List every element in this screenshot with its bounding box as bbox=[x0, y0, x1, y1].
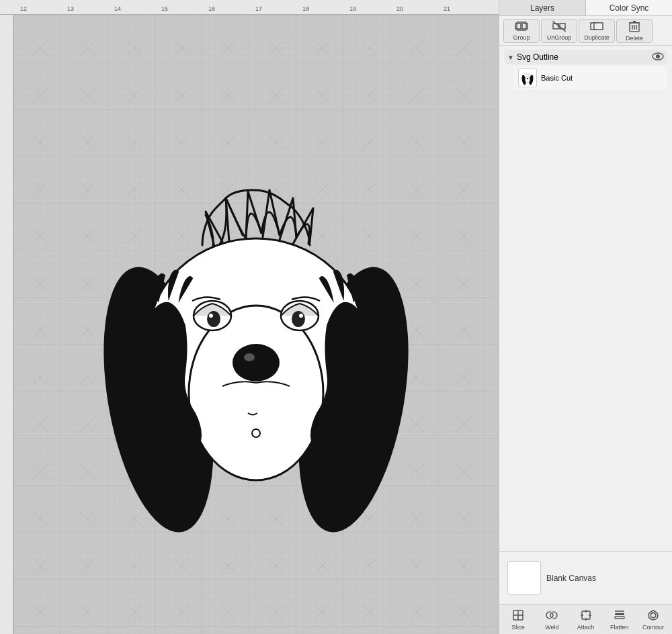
tab-layers[interactable]: Layers bbox=[499, 0, 586, 15]
ruler-tick-13: 13 bbox=[67, 5, 74, 12]
svg-rect-284 bbox=[560, 24, 565, 29]
ruler-tick-12: 12 bbox=[20, 5, 27, 12]
ruler-tick-16: 16 bbox=[208, 5, 215, 12]
svg-line-285 bbox=[552, 21, 566, 32]
slice-icon bbox=[512, 609, 524, 623]
flatten-icon bbox=[614, 609, 626, 623]
svg-rect-280 bbox=[515, 24, 521, 29]
delete-button[interactable]: Delete bbox=[616, 19, 653, 43]
svg-point-277 bbox=[233, 344, 280, 381]
svg-rect-283 bbox=[553, 24, 558, 29]
chevron-icon: ▼ bbox=[507, 54, 514, 61]
ruler-tick-14: 14 bbox=[114, 5, 121, 12]
ungroup-label: UnGroup bbox=[547, 34, 572, 41]
ruler-tick-17: 17 bbox=[255, 5, 262, 12]
svg-point-300 bbox=[527, 78, 529, 79]
contour-icon bbox=[647, 609, 659, 623]
flatten-button[interactable]: Flatten bbox=[603, 608, 636, 632]
svg-point-276 bbox=[299, 314, 303, 318]
ruler-tick-20: 20 bbox=[396, 5, 403, 12]
group-icon bbox=[515, 21, 528, 33]
right-panel: Layers Color Sync Group UnGro bbox=[499, 0, 672, 634]
svg-rect-287 bbox=[594, 23, 603, 30]
attach-button[interactable]: Attach bbox=[569, 608, 601, 632]
svg-point-295 bbox=[656, 54, 660, 58]
slice-label: Slice bbox=[511, 624, 525, 631]
tab-color-sync[interactable]: Color Sync bbox=[586, 0, 672, 15]
svg-rect-311 bbox=[615, 613, 624, 615]
canvas-area: 12 13 14 15 16 17 18 19 20 21 bbox=[0, 0, 499, 634]
blank-canvas-thumbnail bbox=[507, 561, 541, 595]
panel-toolbar: Group UnGroup Duplicate bbox=[499, 16, 672, 46]
ruler-left bbox=[0, 15, 13, 634]
layer-group-svg-outline: ▼ Svg Outline bbox=[505, 50, 667, 90]
attach-icon bbox=[580, 609, 592, 623]
bottom-toolbar: Slice Weld bbox=[499, 604, 672, 634]
svg-rect-312 bbox=[615, 617, 624, 619]
svg-rect-281 bbox=[522, 24, 528, 29]
canvas-content bbox=[13, 15, 499, 634]
blank-canvas-label: Blank Canvas bbox=[546, 574, 596, 583]
layer-thumbnail bbox=[518, 69, 537, 87]
layers-section: ▼ Svg Outline bbox=[499, 46, 672, 551]
svg-point-278 bbox=[244, 353, 255, 361]
blank-canvas-row: Blank Canvas bbox=[505, 557, 667, 599]
ungroup-button[interactable]: UnGroup bbox=[541, 19, 577, 43]
duplicate-label: Duplicate bbox=[584, 34, 610, 41]
contour-label: Contour bbox=[642, 624, 664, 631]
ruler-tick-15: 15 bbox=[161, 5, 168, 12]
svg-point-272 bbox=[207, 311, 220, 327]
delete-icon bbox=[629, 20, 640, 34]
svg-point-275 bbox=[292, 311, 305, 327]
flatten-label: Flatten bbox=[610, 624, 629, 631]
svg-point-299 bbox=[525, 77, 530, 83]
layer-group-header[interactable]: ▼ Svg Outline bbox=[505, 50, 667, 64]
layer-basic-cut[interactable]: Basic Cut bbox=[513, 66, 667, 90]
slice-button[interactable]: Slice bbox=[502, 608, 534, 632]
duplicate-icon bbox=[590, 21, 603, 33]
ungroup-icon bbox=[552, 21, 566, 33]
attach-label: Attach bbox=[577, 624, 595, 631]
svg-outline-label: Svg Outline bbox=[517, 52, 558, 62]
svg-point-273 bbox=[209, 314, 213, 318]
weld-icon bbox=[546, 609, 558, 623]
basic-cut-label: Basic Cut bbox=[541, 74, 573, 82]
group-button[interactable]: Group bbox=[503, 19, 540, 43]
ruler-tick-19: 19 bbox=[349, 5, 356, 12]
group-label: Group bbox=[513, 34, 530, 41]
visibility-icon[interactable] bbox=[652, 52, 664, 62]
bottom-canvas-area: Blank Canvas bbox=[499, 551, 672, 604]
contour-button[interactable]: Contour bbox=[637, 608, 669, 632]
weld-label: Weld bbox=[545, 624, 558, 631]
panel-tabs: Layers Color Sync bbox=[499, 0, 672, 16]
duplicate-button[interactable]: Duplicate bbox=[579, 19, 615, 43]
weld-button[interactable]: Weld bbox=[536, 608, 568, 632]
ruler-tick-21: 21 bbox=[444, 5, 450, 12]
dog-illustration bbox=[81, 131, 431, 561]
svg-point-305 bbox=[550, 612, 557, 619]
svg-point-270 bbox=[189, 306, 323, 480]
delete-label: Delete bbox=[626, 35, 643, 42]
ruler-top: 12 13 14 15 16 17 18 19 20 21 bbox=[0, 0, 499, 15]
ruler-tick-18: 18 bbox=[302, 5, 309, 12]
